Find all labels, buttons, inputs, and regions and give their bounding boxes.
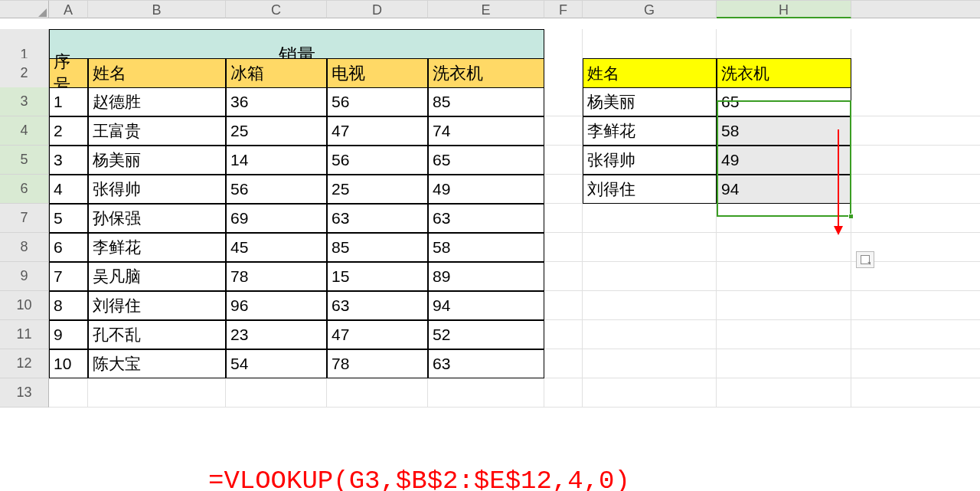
cell-F10[interactable]	[544, 291, 583, 320]
cell-B9[interactable]: 吴凡脑	[88, 262, 226, 291]
cell-G13[interactable]	[583, 378, 717, 408]
row-head-8[interactable]: 8	[0, 233, 49, 262]
col-head-H[interactable]: H	[717, 0, 851, 18]
cell-F13[interactable]	[544, 378, 583, 408]
cell-F7[interactable]	[544, 204, 583, 233]
cell-A7[interactable]: 5	[49, 204, 88, 233]
cell-H13[interactable]	[717, 378, 851, 408]
cell-A9[interactable]: 7	[49, 262, 88, 291]
cell-C7[interactable]: 69	[226, 204, 327, 233]
cell-G6[interactable]: 刘得住	[583, 175, 717, 204]
cell-A5[interactable]: 3	[49, 146, 88, 175]
row-head-10[interactable]: 10	[0, 291, 49, 320]
cell-B6[interactable]: 张得帅	[88, 175, 226, 204]
spreadsheet-grid[interactable]: A B C D E F G H 1 销量 2 序号 姓名 冰箱 电视 洗衣机 姓…	[0, 0, 980, 408]
cell-E7[interactable]: 63	[428, 204, 544, 233]
cell-H3[interactable]: 65	[717, 87, 851, 116]
cell-B4[interactable]: 王富贵	[88, 116, 226, 146]
row-head-11[interactable]: 11	[0, 320, 49, 349]
cell-E6[interactable]: 49	[428, 175, 544, 204]
cell-F11[interactable]	[544, 320, 583, 349]
cell-E9[interactable]: 89	[428, 262, 544, 291]
cell-D7[interactable]: 63	[327, 204, 428, 233]
cell-D6[interactable]: 25	[327, 175, 428, 204]
col-head-G[interactable]: G	[583, 0, 717, 18]
cell-C9[interactable]: 78	[226, 262, 327, 291]
main-header-fridge[interactable]: 冰箱	[226, 58, 327, 89]
cell-B7[interactable]: 孙保强	[88, 204, 226, 233]
cell-E13[interactable]	[428, 378, 544, 408]
cell-G8[interactable]	[583, 233, 717, 262]
cell-C4[interactable]: 25	[226, 116, 327, 146]
cell-B3[interactable]: 赵德胜	[88, 87, 226, 116]
cell-B13[interactable]	[88, 378, 226, 408]
cell-D11[interactable]: 47	[327, 320, 428, 349]
cell-G3[interactable]: 杨美丽	[583, 87, 717, 116]
cell-G4[interactable]: 李鲜花	[583, 116, 717, 146]
cell-E3[interactable]: 85	[428, 87, 544, 116]
row-head-9[interactable]: 9	[0, 262, 49, 291]
cell-F6[interactable]	[544, 175, 583, 204]
cell-C11[interactable]: 23	[226, 320, 327, 349]
cell-G9[interactable]	[583, 262, 717, 291]
side-header-name[interactable]: 姓名	[583, 58, 717, 89]
cell-E4[interactable]: 74	[428, 116, 544, 146]
cell-F12[interactable]	[544, 349, 583, 378]
cell-H10[interactable]	[717, 291, 851, 320]
main-header-seq[interactable]: 序号	[49, 58, 88, 89]
cell-D9[interactable]: 15	[327, 262, 428, 291]
cell-G5[interactable]: 张得帅	[583, 146, 717, 175]
col-head-B[interactable]: B	[88, 0, 226, 18]
cell-F8[interactable]	[544, 233, 583, 262]
cell-E11[interactable]: 52	[428, 320, 544, 349]
col-head-A[interactable]: A	[49, 0, 88, 18]
cell-H9[interactable]	[717, 262, 851, 291]
cell-C10[interactable]: 96	[226, 291, 327, 320]
cell-E12[interactable]: 63	[428, 349, 544, 378]
cell-E5[interactable]: 65	[428, 146, 544, 175]
cell-F4[interactable]	[544, 116, 583, 146]
cell-G7[interactable]	[583, 204, 717, 233]
main-header-washer[interactable]: 洗衣机	[428, 58, 544, 89]
row-head-13[interactable]: 13	[0, 378, 49, 408]
cell-A13[interactable]	[49, 378, 88, 408]
row-head-5[interactable]: 5	[0, 146, 49, 175]
cell-E10[interactable]: 94	[428, 291, 544, 320]
cell-C13[interactable]	[226, 378, 327, 408]
row-head-2[interactable]: 2	[0, 58, 49, 89]
cell-D3[interactable]: 56	[327, 87, 428, 116]
cell-A6[interactable]: 4	[49, 175, 88, 204]
cell-D4[interactable]: 47	[327, 116, 428, 146]
cell-G12[interactable]	[583, 349, 717, 378]
cell-D12[interactable]: 78	[327, 349, 428, 378]
autofill-options-button[interactable]	[856, 251, 874, 268]
select-all-corner[interactable]	[0, 0, 49, 18]
cell-H6[interactable]: 94	[717, 175, 851, 204]
row-head-3[interactable]: 3	[0, 87, 49, 116]
cell-A11[interactable]: 9	[49, 320, 88, 349]
col-head-F[interactable]: F	[544, 0, 583, 18]
col-head-D[interactable]: D	[327, 0, 428, 18]
cell-A10[interactable]: 8	[49, 291, 88, 320]
cell-H7[interactable]	[717, 204, 851, 233]
cell-A8[interactable]: 6	[49, 233, 88, 262]
main-header-name[interactable]: 姓名	[88, 58, 226, 89]
cell-H12[interactable]	[717, 349, 851, 378]
cell-B12[interactable]: 陈大宝	[88, 349, 226, 378]
main-header-tv[interactable]: 电视	[327, 58, 428, 89]
row-head-6[interactable]: 6	[0, 175, 49, 204]
cell-F9[interactable]	[544, 262, 583, 291]
cell-C5[interactable]: 14	[226, 146, 327, 175]
cell-H11[interactable]	[717, 320, 851, 349]
fill-handle[interactable]	[848, 214, 854, 219]
row-head-7[interactable]: 7	[0, 204, 49, 233]
row-head-12[interactable]: 12	[0, 349, 49, 378]
cell-H4[interactable]: 58	[717, 116, 851, 146]
cell-B8[interactable]: 李鲜花	[88, 233, 226, 262]
cell-H5[interactable]: 49	[717, 146, 851, 175]
cell-F3[interactable]	[544, 87, 583, 116]
cell-A12[interactable]: 10	[49, 349, 88, 378]
cell-C8[interactable]: 45	[226, 233, 327, 262]
cell-B5[interactable]: 杨美丽	[88, 146, 226, 175]
cell-B11[interactable]: 孔不乱	[88, 320, 226, 349]
